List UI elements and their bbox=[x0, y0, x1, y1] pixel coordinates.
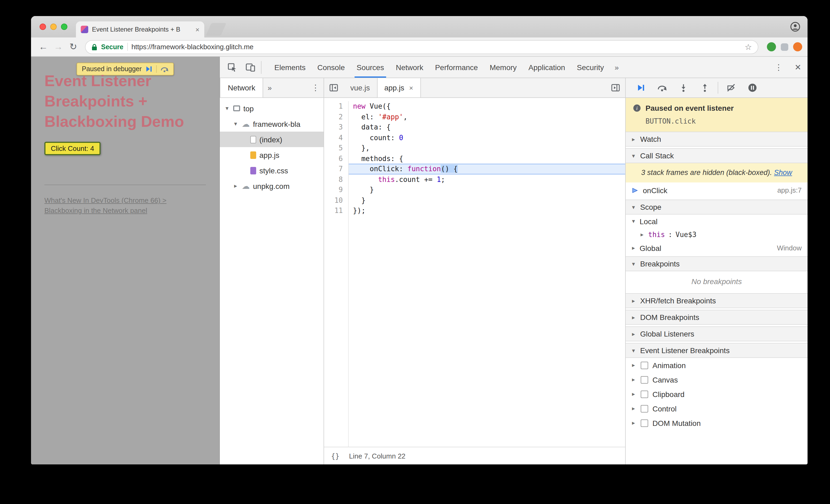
section-xhr-breakpoints[interactable]: ▸ XHR/fetch Breakpoints bbox=[626, 293, 807, 308]
extension-icon-gray[interactable] bbox=[781, 43, 788, 51]
code-line-8[interactable]: this.count += 1; bbox=[349, 174, 625, 185]
disclosure-triangle-icon[interactable]: ▾ bbox=[631, 152, 636, 159]
scope-local-row[interactable]: ▾ Local bbox=[626, 215, 807, 228]
frame-location[interactable]: app.js:7 bbox=[777, 186, 802, 194]
dom-mutation-checkbox[interactable] bbox=[641, 419, 648, 427]
devtools-tab-application[interactable]: Application bbox=[522, 57, 571, 77]
device-toolbar-icon[interactable] bbox=[241, 57, 259, 77]
disclosure-triangle-icon[interactable]: ▸ bbox=[631, 297, 636, 304]
code-line-5[interactable]: }, bbox=[349, 143, 625, 153]
gutter-line-number[interactable]: 5 bbox=[324, 143, 343, 153]
new-tab-button[interactable] bbox=[205, 23, 226, 36]
disclosure-triangle-icon[interactable]: ▸ bbox=[631, 419, 636, 427]
listener-category-clipboard[interactable]: ▸Clipboard bbox=[626, 387, 807, 401]
extension-icon-orange[interactable] bbox=[793, 42, 802, 51]
disclosure-triangle-icon[interactable]: ▾ bbox=[631, 260, 636, 267]
disclosure-triangle-icon[interactable]: ▾ bbox=[631, 203, 636, 211]
disclosure-triangle-icon[interactable]: ▸ bbox=[631, 376, 636, 383]
toggle-debugger-sidebar-icon[interactable] bbox=[606, 78, 625, 97]
clipboard-checkbox[interactable] bbox=[641, 390, 648, 398]
forward-button[interactable]: → bbox=[51, 41, 65, 52]
section-scope[interactable]: ▾ Scope bbox=[626, 199, 807, 215]
tree-item-top[interactable]: ▾top bbox=[220, 101, 324, 116]
step-into-icon[interactable] bbox=[673, 78, 694, 97]
disclosure-triangle-icon[interactable]: ▾ bbox=[631, 218, 636, 225]
disclosure-triangle-icon[interactable]: ▸ bbox=[631, 136, 636, 143]
editor-tab-app-js[interactable]: app.js× bbox=[377, 78, 421, 97]
step-out-icon[interactable] bbox=[694, 78, 715, 97]
tree-disclosure-icon[interactable]: ▸ bbox=[233, 183, 238, 189]
tab-close-icon[interactable]: × bbox=[409, 84, 413, 92]
step-over-icon[interactable] bbox=[651, 78, 673, 97]
section-breakpoints[interactable]: ▾ Breakpoints bbox=[626, 256, 807, 271]
devtools-tab-console[interactable]: Console bbox=[312, 57, 351, 77]
window-close-button[interactable] bbox=[39, 24, 46, 30]
more-tabs-chevron-icon[interactable]: » bbox=[610, 57, 624, 77]
click-count-button[interactable]: Click Count: 4 bbox=[44, 142, 100, 155]
gutter-line-number[interactable]: 10 bbox=[324, 195, 343, 206]
code-line-10[interactable]: } bbox=[349, 195, 625, 206]
control-checkbox[interactable] bbox=[641, 405, 648, 412]
scope-this-row[interactable]: ▸ this: Vue$3 bbox=[626, 228, 807, 241]
tab-close-icon[interactable]: × bbox=[195, 25, 199, 33]
reload-button[interactable]: ↻ bbox=[66, 41, 80, 53]
disclosure-triangle-icon[interactable]: ▸ bbox=[639, 231, 645, 238]
section-dom-breakpoints[interactable]: ▸ DOM Breakpoints bbox=[626, 310, 807, 325]
gutter-line-number[interactable]: 7 bbox=[324, 164, 343, 174]
navigator-more-tabs-chevron-icon[interactable]: » bbox=[263, 78, 276, 97]
tree-item-style-css[interactable]: style.css bbox=[220, 163, 324, 178]
tree-item-index[interactable]: (index) bbox=[220, 132, 324, 147]
disclosure-triangle-icon[interactable]: ▸ bbox=[631, 405, 636, 412]
disclosure-triangle-icon[interactable]: ▸ bbox=[631, 314, 636, 321]
gutter-line-number[interactable]: 11 bbox=[324, 206, 343, 216]
code-line-9[interactable]: } bbox=[349, 185, 625, 195]
editor-tab-vue-js[interactable]: vue.js bbox=[343, 78, 377, 97]
section-global-listeners[interactable]: ▸ Global Listeners bbox=[626, 326, 807, 341]
devtools-tab-performance[interactable]: Performance bbox=[429, 57, 484, 77]
code-line-2[interactable]: el: '#app', bbox=[349, 112, 625, 122]
devtools-tab-network[interactable]: Network bbox=[390, 57, 429, 77]
tree-disclosure-icon[interactable]: ▾ bbox=[233, 120, 238, 127]
disclosure-triangle-icon[interactable]: ▾ bbox=[631, 347, 636, 354]
gutter-line-number[interactable]: 3 bbox=[324, 122, 343, 132]
deactivate-breakpoints-icon[interactable] bbox=[721, 78, 742, 97]
back-button[interactable]: ← bbox=[36, 41, 50, 52]
pretty-print-icon[interactable]: {} bbox=[331, 452, 339, 460]
section-watch[interactable]: ▸ Watch bbox=[626, 132, 807, 147]
gutter-line-number[interactable]: 6 bbox=[324, 153, 343, 164]
bookmark-star-icon[interactable]: ☆ bbox=[745, 42, 752, 52]
gutter-line-number[interactable]: 2 bbox=[324, 112, 343, 122]
devtools-tab-security[interactable]: Security bbox=[571, 57, 610, 77]
extension-icon-green[interactable] bbox=[767, 42, 776, 51]
devtools-tab-memory[interactable]: Memory bbox=[484, 57, 522, 77]
browser-tab[interactable]: Event Listener Breakpoints + B × bbox=[76, 22, 204, 37]
animation-checkbox[interactable] bbox=[641, 361, 648, 369]
listener-category-animation[interactable]: ▸Animation bbox=[626, 358, 807, 372]
address-bar[interactable]: Secure https://framework-blackboxing.gli… bbox=[85, 40, 758, 54]
devtools-menu-icon[interactable]: ⋮ bbox=[769, 57, 788, 77]
code-line-6[interactable]: methods: { bbox=[349, 153, 625, 164]
disclosure-triangle-icon[interactable]: ▸ bbox=[631, 362, 636, 369]
gutter-line-number[interactable]: 9 bbox=[324, 185, 343, 195]
devtools-article-link[interactable]: What's New In DevTools (Chrome 66) > Bla… bbox=[44, 195, 167, 216]
devtools-close-icon[interactable]: ✕ bbox=[788, 57, 807, 77]
resume-script-icon[interactable] bbox=[630, 78, 651, 97]
code-line-4[interactable]: count: 0 bbox=[349, 132, 625, 143]
gutter-line-number[interactable]: 4 bbox=[324, 132, 343, 143]
navigator-menu-icon[interactable]: ⋮ bbox=[308, 78, 324, 97]
tree-item-framework-bla[interactable]: ▾☁framework-bla bbox=[220, 116, 324, 132]
disclosure-triangle-icon[interactable]: ▸ bbox=[631, 330, 636, 337]
canvas-checkbox[interactable] bbox=[641, 376, 648, 383]
tree-disclosure-icon[interactable]: ▾ bbox=[224, 105, 230, 112]
profile-icon[interactable] bbox=[790, 22, 801, 32]
navigator-tab-network[interactable]: Network bbox=[220, 78, 263, 97]
devtools-tab-elements[interactable]: Elements bbox=[268, 57, 312, 77]
tree-item-app-js[interactable]: app.js bbox=[220, 147, 324, 163]
show-blackboxed-link[interactable]: Show bbox=[774, 168, 792, 177]
inspect-element-icon[interactable] bbox=[223, 57, 241, 77]
listener-category-dom-mutation[interactable]: ▸DOM Mutation bbox=[626, 416, 807, 430]
listener-category-control[interactable]: ▸Control bbox=[626, 401, 807, 416]
scope-global-row[interactable]: ▸ Global Window bbox=[626, 241, 807, 255]
code-line-1[interactable]: new Vue({ bbox=[349, 101, 625, 112]
gutter-line-number[interactable]: 8 bbox=[324, 174, 343, 185]
